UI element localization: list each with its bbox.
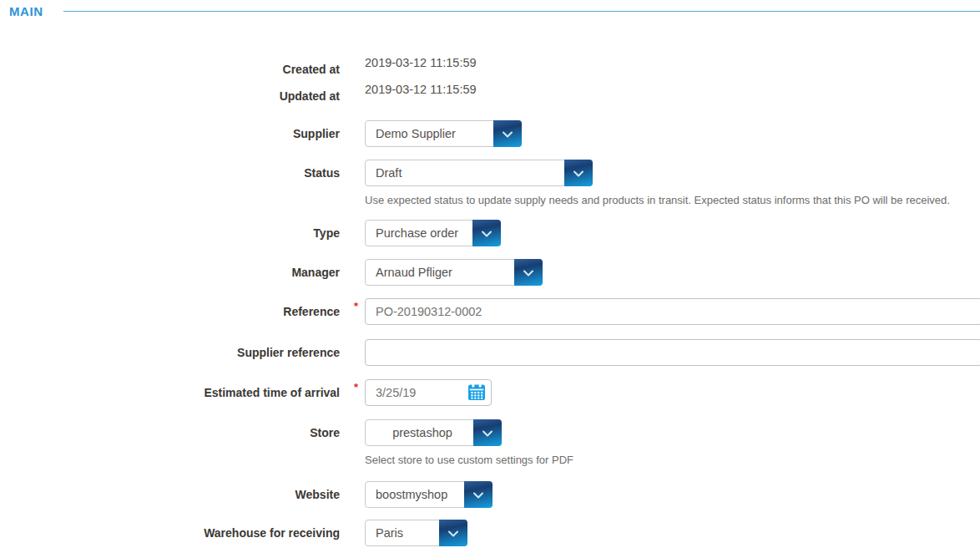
required-asterisk: *: [354, 381, 358, 394]
type-dropdown-button[interactable]: [472, 220, 501, 246]
chevron-down-icon: [523, 265, 534, 280]
store-dropdown-button[interactable]: [473, 419, 502, 446]
field-label: Status: [0, 160, 340, 180]
required-asterisk: *: [354, 300, 358, 313]
field-label: Store: [0, 419, 340, 439]
form-row-manager: Manager Arnaud Pfliger: [0, 259, 980, 286]
field-label: Type: [0, 220, 340, 240]
chevron-down-icon: [481, 226, 493, 241]
updated-at-value: 2019-03-12 11:15:59: [365, 83, 980, 96]
form-row-reference: Reference *: [0, 298, 980, 325]
section-header: MAIN: [0, 3, 980, 19]
status-select[interactable]: Draft: [365, 160, 593, 186]
chevron-down-icon: [482, 425, 493, 440]
form-row-supplier-reference: Supplier reference: [0, 339, 980, 366]
store-helper-text: Select store to use custom settings for …: [365, 454, 980, 466]
field-label: Supplier reference: [0, 339, 340, 359]
form-row-warehouse-for-receiving: Warehouse for receiving Paris: [0, 520, 980, 546]
supplier-dropdown-button[interactable]: [493, 120, 522, 147]
form-row-created-at: Created at 2019-03-12 11:15:59: [0, 56, 980, 83]
purchase-order-form: Created at 2019-03-12 11:15:59 Updated a…: [0, 56, 980, 546]
field-label: Reference *: [0, 298, 340, 318]
field-label: Supplier: [0, 120, 340, 140]
status-select-value: Draft: [366, 160, 438, 185]
manager-select-value: Arnaud Pfliger: [366, 260, 489, 285]
field-label: Manager: [0, 259, 340, 279]
field-label: Estimated time of arrival *: [0, 379, 340, 399]
website-select[interactable]: boostmyshop: [365, 481, 493, 508]
field-label: Website: [0, 481, 340, 501]
status-dropdown-button[interactable]: [564, 160, 593, 186]
chevron-down-icon: [502, 126, 513, 141]
website-dropdown-button[interactable]: [464, 481, 493, 508]
created-at-value: 2019-03-12 11:15:59: [365, 56, 980, 69]
manager-dropdown-button[interactable]: [514, 259, 543, 286]
form-row-estimated-time-of-arrival: Estimated time of arrival *: [0, 379, 980, 406]
section-divider: [63, 11, 980, 12]
supplier-select-value: Demo Supplier: [366, 121, 493, 146]
store-select[interactable]: prestashop: [365, 419, 502, 446]
warehouse-dropdown-button[interactable]: [439, 520, 467, 546]
reference-input[interactable]: [365, 298, 980, 325]
date-picker-button[interactable]: [467, 383, 486, 402]
supplier-reference-input[interactable]: [365, 339, 980, 366]
status-helper-text: Use expected status to update supply nee…: [365, 195, 980, 206]
supplier-select[interactable]: Demo Supplier: [365, 120, 522, 147]
form-row-type: Type Purchase order: [0, 220, 980, 246]
form-row-website: Website boostmyshop: [0, 481, 980, 508]
manager-select[interactable]: Arnaud Pfliger: [365, 259, 543, 286]
form-row-updated-at: Updated at 2019-03-12 11:15:59: [0, 83, 980, 109]
chevron-down-icon: [573, 165, 584, 180]
form-row-store: Store prestashop Select store to use cus…: [0, 419, 980, 466]
field-label: Created at: [0, 56, 340, 76]
calendar-icon: [467, 383, 486, 403]
type-select[interactable]: Purchase order: [365, 220, 501, 246]
chevron-down-icon: [472, 487, 484, 502]
section-title: MAIN: [9, 4, 43, 18]
warehouse-select-value: Paris: [366, 520, 440, 545]
eta-date-field: [365, 379, 492, 406]
chevron-down-icon: [447, 525, 459, 540]
field-label: Warehouse for receiving: [0, 520, 340, 540]
warehouse-select[interactable]: Paris: [365, 520, 467, 546]
field-label: Updated at: [0, 83, 340, 103]
form-row-supplier: Supplier Demo Supplier: [0, 120, 980, 147]
form-row-status: Status Draft Use expected status to upda…: [0, 160, 980, 206]
